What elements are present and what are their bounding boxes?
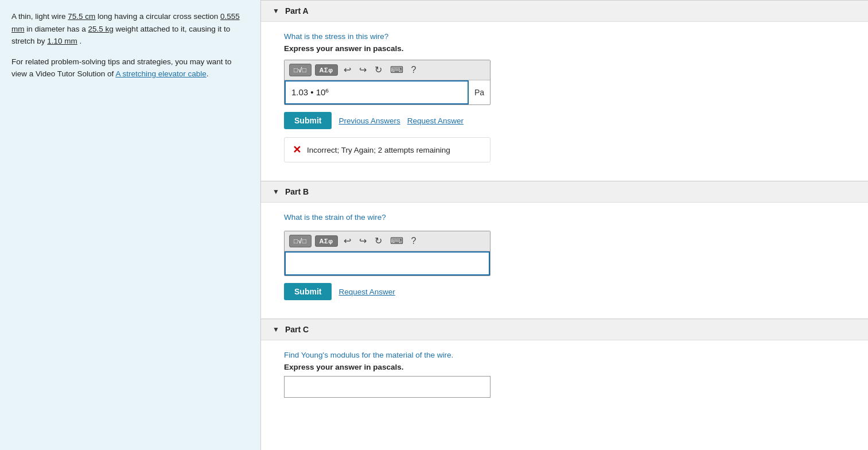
part-a-input-row: Pa [285,80,490,104]
video-tutor-link[interactable]: A stretching elevator cable [115,69,206,78]
part-c-section: ▼ Part C Find Young's modulus for the ma… [261,319,868,405]
part-a-action-row: Submit Previous Answers Request Answer [284,112,851,129]
part-b-template-button[interactable]: □√□ [289,235,312,247]
part-b-header[interactable]: ▼ Part B [261,181,868,203]
part-b-greek-button[interactable]: ΑΣφ [315,235,338,247]
measurement-length: 75.5 cm [68,12,95,21]
part-a-label: Part A [285,6,309,15]
part-c-content: Find Young's modulus for the material of… [261,340,868,405]
part-b-action-row: Submit Request Answer [284,283,851,300]
part-b-input-row [285,251,490,276]
part-a-feedback-box: ✕ Incorrect; Try Again; 2 attempts remai… [284,137,491,162]
part-c-collapse-arrow: ▼ [273,325,279,333]
part-a-question: What is the stress in this wire? [284,32,851,41]
problem-description: A thin, light wire 75.5 cm long having a… [11,10,249,48]
error-icon: ✕ [293,143,301,156]
part-b-reset-button[interactable]: ↻ [372,235,384,247]
part-a-submit-button[interactable]: Submit [284,112,332,129]
part-b-input[interactable] [285,251,490,276]
part-a-request-answer-button[interactable]: Request Answer [407,117,464,125]
answer-panel: ▼ Part A What is the stress in this wire… [261,0,868,450]
part-b-answer-container: □√□ ΑΣφ ↩ ↪ ↻ ⌨ ? [284,231,491,276]
part-b-redo-button[interactable]: ↪ [357,235,369,247]
part-a-redo-button[interactable]: ↪ [357,64,369,76]
part-b-collapse-arrow: ▼ [273,188,279,196]
part-b-question: What is the strain of the wire? [284,213,851,222]
part-a-content: What is the stress in this wire? Express… [261,22,868,175]
part-b-section: ▼ Part B What is the strain of the wire?… [261,181,868,313]
part-a-toolbar: □√□ ΑΣφ ↩ ↪ ↻ ⌨ ? [285,60,490,80]
part-b-label: Part B [285,187,309,196]
part-a-collapse-arrow: ▼ [273,7,279,15]
part-c-instruction: Express your answer in pascals. [284,363,851,371]
part-c-question: Find Young's modulus for the material of… [284,351,851,359]
part-a-reset-button[interactable]: ↻ [372,64,384,76]
part-b-help-button[interactable]: ? [409,235,419,247]
part-a-header[interactable]: ▼ Part A [261,1,868,22]
part-a-keyboard-button[interactable]: ⌨ [388,64,406,76]
part-b-content: What is the strain of the wire? □√□ ΑΣφ … [261,203,868,313]
part-c-header[interactable]: ▼ Part C [261,319,868,340]
measurement-weight: 25.5 kg [88,25,114,33]
part-a-template-button[interactable]: □√□ [289,64,312,76]
part-c-partial-input-indicator [284,376,491,398]
part-a-feedback-text: Incorrect; Try Again; 2 attempts remaini… [307,146,450,154]
part-a-answer-container: □√□ ΑΣφ ↩ ↪ ↻ ⌨ ? Pa [284,60,491,105]
problem-panel: A thin, light wire 75.5 cm long having a… [0,0,261,450]
part-a-help-button[interactable]: ? [409,64,419,76]
part-c-label: Part C [285,325,309,334]
part-b-submit-button[interactable]: Submit [284,283,332,300]
tip-text: For related problem-solving tips and str… [11,56,249,80]
part-a-greek-button[interactable]: ΑΣφ [315,64,338,76]
part-b-undo-button[interactable]: ↩ [341,235,353,247]
part-a-unit: Pa [469,83,490,102]
measurement-stretch: 1.10 mm [47,37,77,45]
part-b-keyboard-button[interactable]: ⌨ [388,235,406,247]
part-a-section: ▼ Part A What is the stress in this wire… [261,0,868,175]
part-a-previous-answers-button[interactable]: Previous Answers [338,117,400,125]
measurement-diameter: 0.555 mm [11,12,240,33]
part-a-input[interactable] [285,80,469,104]
part-b-toolbar: □√□ ΑΣφ ↩ ↪ ↻ ⌨ ? [285,231,490,251]
part-a-undo-button[interactable]: ↩ [341,64,353,76]
part-b-request-answer-button[interactable]: Request Answer [338,288,395,296]
part-a-instruction: Express your answer in pascals. [284,44,851,53]
